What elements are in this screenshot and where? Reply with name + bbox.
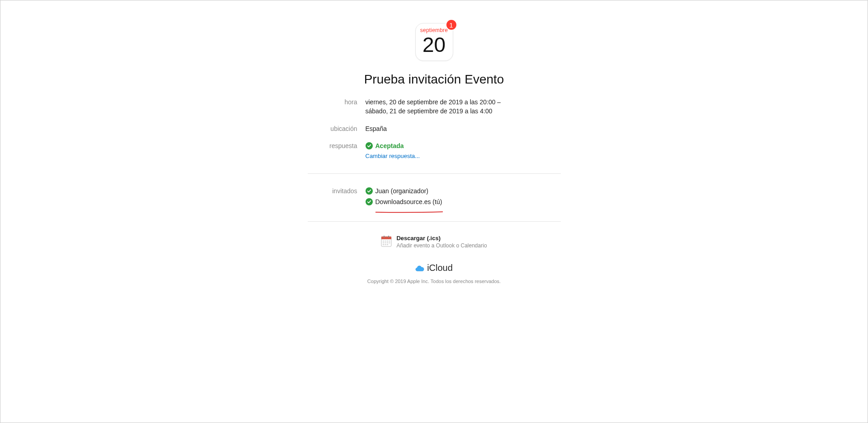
invitee-organizer: Juan (organizador) [375,186,429,195]
event-title: Prueba invitación Evento [265,72,604,87]
svg-rect-3 [388,236,389,237]
calendar-icon-wrap: septiembre 20 1 [265,23,604,61]
event-invitation-container: septiembre 20 1 Prueba invitación Evento… [265,0,604,284]
location-value: España [366,124,561,133]
invitee-you-text: Downloadsource.es (tú) [375,198,442,205]
svg-rect-8 [383,242,384,243]
invitees-label: invitados [308,186,357,209]
invitees-section: invitados Juan (organizador) Downloadsou… [308,186,561,209]
location-label: ubicación [308,124,357,133]
calendar-icon: septiembre 20 1 [415,23,453,61]
svg-rect-5 [385,241,386,242]
icloud-brand: iCloud [265,263,604,273]
time-value: viernes, 20 de septiembre de 2019 a las … [366,98,561,116]
download-section: Descargar (.ics) Añadir evento a Outlook… [308,234,561,250]
download-texts: Descargar (.ics) Añadir evento a Outlook… [396,234,487,250]
svg-rect-13 [385,244,386,245]
calendar-day: 20 [422,34,446,55]
invitee-row: Downloadsource.es (tú) [366,197,561,206]
icloud-icon [415,265,424,271]
event-details: hora viernes, 20 de septiembre de 2019 a… [308,98,561,161]
check-circle-icon [366,198,373,205]
invitee-row: Juan (organizador) [366,186,561,195]
svg-rect-1 [381,237,391,239]
check-circle-icon [366,187,373,195]
svg-rect-12 [383,244,384,245]
svg-rect-6 [387,241,388,242]
copyright-text: Copyright © 2019 Apple Inc. Todos los de… [265,279,604,284]
divider [308,173,561,174]
change-response-link[interactable]: Cambiar respuesta... [366,152,420,161]
time-label: hora [308,98,357,116]
response-value: Aceptada Cambiar respuesta... [366,141,561,161]
time-line-1: viernes, 20 de septiembre de 2019 a las … [366,98,561,107]
response-label: respuesta [308,141,357,161]
svg-rect-7 [389,241,390,242]
svg-rect-2 [384,236,385,237]
time-line-2: sábado, 21 de septiembre de 2019 a las 4… [366,107,561,116]
notification-badge: 1 [446,19,457,31]
icloud-text: iCloud [427,263,453,273]
annotation-underline [375,206,443,208]
check-circle-icon [366,142,373,149]
svg-rect-14 [387,244,388,245]
invitee-you: Downloadsource.es (tú) [375,197,442,206]
invitees-list: Juan (organizador) Downloadsource.es (tú… [366,186,561,209]
svg-rect-10 [387,242,388,243]
calendar-month: septiembre [420,27,448,33]
divider [308,221,561,222]
response-status-row: Aceptada [366,141,561,150]
download-subtitle: Añadir evento a Outlook o Calendario [396,242,487,249]
response-status-text: Aceptada [375,141,404,150]
badge-count: 1 [449,21,453,29]
download-link[interactable]: Descargar (.ics) [396,234,487,242]
svg-rect-9 [385,242,386,243]
svg-rect-11 [389,242,390,243]
svg-rect-4 [383,241,384,242]
calendar-file-icon [381,235,392,247]
